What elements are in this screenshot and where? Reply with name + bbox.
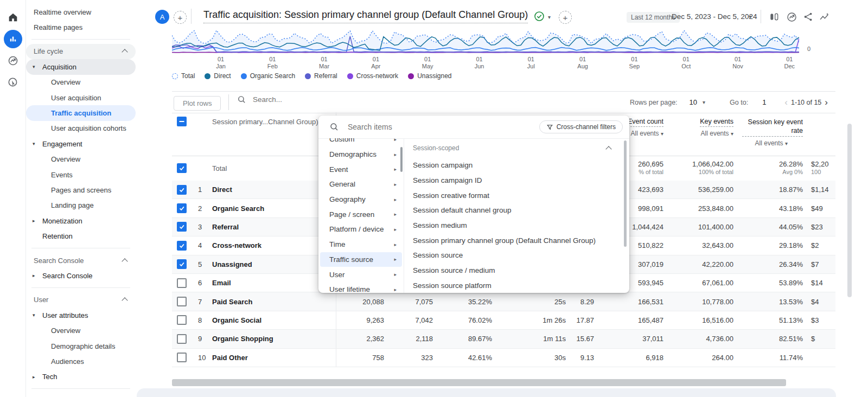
row-checkbox[interactable]	[177, 222, 187, 232]
row-checkbox[interactable]	[177, 353, 187, 362]
advertising-icon[interactable]	[0, 72, 25, 93]
home-icon[interactable]	[0, 7, 25, 28]
rows-per-page-caret-icon[interactable]: ▾	[703, 99, 705, 105]
category-scrollbar[interactable]	[400, 147, 403, 172]
explore-icon[interactable]	[0, 50, 25, 72]
sidebar-item-user-acquisition[interactable]: User acquisition	[26, 90, 136, 105]
picker-category-user[interactable]: User▸	[318, 267, 404, 282]
row-checkbox[interactable]	[177, 315, 187, 325]
picker-category-geography[interactable]: Geography▸	[318, 192, 404, 207]
cross-channel-filters-chip[interactable]: Cross-channel filters	[539, 120, 623, 133]
sidebar-item-pages-and-screens[interactable]: Pages and screens	[26, 182, 136, 197]
picker-item-session-campaign-id[interactable]: Session campaign ID	[413, 173, 618, 188]
item-scrollbar[interactable]	[624, 140, 627, 247]
picker-item-session-source-medium[interactable]: Session source / medium	[413, 263, 618, 278]
add-comparison-button[interactable]: +	[174, 11, 187, 24]
sidebar-group-engagement[interactable]: ▾Engagement	[26, 136, 136, 151]
report-status-icon[interactable]	[534, 11, 545, 22]
picker-item-session-source-platform[interactable]: Session source platform	[413, 278, 618, 293]
legend-item-referral[interactable]: Referral	[305, 72, 337, 80]
reports-icon[interactable]	[0, 28, 25, 50]
prev-page-icon[interactable]: ‹	[781, 97, 791, 108]
sidebar-group-monetization[interactable]: ▸Monetization	[26, 213, 136, 228]
legend-item-unassigned[interactable]: Unassigned	[408, 72, 451, 80]
rows-per-page-value[interactable]: 10	[690, 98, 697, 106]
collapse-section-icon[interactable]	[605, 146, 611, 152]
sidebar-group-retention[interactable]: Retention	[26, 228, 136, 244]
picker-category-time[interactable]: Time▸	[318, 237, 404, 252]
picker-category-user-lifetime[interactable]: User lifetime▸	[318, 282, 404, 293]
report-title[interactable]: Traffic acquisition: Session primary cha…	[203, 9, 528, 23]
row-checkbox[interactable]	[177, 259, 187, 269]
table-search-input[interactable]	[252, 95, 373, 104]
picker-category-general[interactable]: General▸	[318, 177, 404, 192]
picker-item-session-campaign[interactable]: Session campaign	[413, 158, 618, 173]
sidebar-group-search-console[interactable]: ▸Search Console	[26, 268, 136, 283]
sidebar-item-user-acquisition-cohorts[interactable]: User acquisition cohorts	[26, 121, 136, 136]
row-checkbox[interactable]	[177, 278, 187, 288]
session-key-event-rate-header[interactable]: Session key event rate All events ▾	[733, 112, 803, 156]
event-count-filter[interactable]: All events ▾	[631, 130, 663, 137]
comparison-icon[interactable]	[767, 10, 781, 24]
sidebar-item-traffic-acquisition[interactable]: Traffic acquisition	[26, 105, 136, 120]
picker-item-session-default-channel-group[interactable]: Session default channel group	[413, 203, 618, 218]
picker-category-demographics[interactable]: Demographics▸	[318, 147, 404, 162]
date-range-value[interactable]: Dec 5, 2023 - Dec 5, 2024	[672, 12, 757, 21]
sidebar-item-demographic-details[interactable]: Demographic details	[26, 338, 136, 354]
row-checkbox[interactable]	[177, 203, 187, 213]
date-range-caret-icon[interactable]: ▾	[749, 14, 751, 20]
dimension-header[interactable]: Session primary...Channel Group) ▾	[207, 112, 336, 126]
go-to-value[interactable]: 1	[762, 98, 766, 106]
session-key-event-rate-filter[interactable]: All events ▾	[755, 139, 788, 147]
legend-item-cross-network[interactable]: Cross-network	[347, 72, 398, 80]
sidebar-item-overview[interactable]: Overview	[26, 323, 136, 338]
picker-item-session-medium[interactable]: Session medium	[413, 218, 618, 233]
picker-search-input[interactable]	[347, 122, 539, 132]
avatar[interactable]: A	[155, 10, 169, 24]
share-icon[interactable]	[801, 10, 815, 24]
plot-rows-button[interactable]: Plot rows	[174, 96, 221, 111]
row-checkbox[interactable]	[177, 185, 187, 195]
picker-category-traffic-source[interactable]: Traffic source▸	[320, 252, 402, 267]
sidebar-section-search-console[interactable]: Search Console	[26, 253, 136, 268]
sidebar-item-overview[interactable]: Overview	[26, 75, 136, 90]
key-events-header[interactable]: Key events All events ▾	[663, 112, 733, 156]
select-all-checkbox[interactable]	[177, 117, 187, 126]
key-events-filter[interactable]: All events ▾	[701, 130, 733, 137]
sidebar-section-life-cycle[interactable]: Life cycle	[26, 44, 136, 59]
next-page-icon[interactable]: ›	[821, 97, 831, 108]
sidebar-item-realtime-overview[interactable]: Realtime overview	[26, 4, 140, 20]
sidebar-group-tech[interactable]: ▸Tech	[26, 369, 136, 385]
sidebar-item-overview[interactable]: Overview	[26, 152, 136, 167]
legend-item-organic-search[interactable]: Organic Search	[241, 72, 295, 80]
horizontal-scrollbar[interactable]	[172, 379, 786, 386]
sidebar-section-user[interactable]: User	[26, 292, 136, 308]
sidebar-item-audiences[interactable]: Audiences	[26, 354, 136, 369]
insights-icon[interactable]	[784, 10, 799, 24]
picker-item-session-primary-channel-group-default-channel-group-[interactable]: Session primary channel group (Default C…	[413, 233, 618, 248]
row-checkbox[interactable]	[177, 297, 187, 306]
picker-category-platform-device[interactable]: Platform / device▸	[318, 222, 404, 237]
title-caret-icon[interactable]: ▾	[548, 14, 551, 20]
vertical-scrollbar[interactable]	[847, 124, 852, 297]
add-report-button[interactable]: +	[559, 11, 572, 24]
session-scoped-section-header[interactable]: Session-scoped	[413, 142, 611, 155]
row-checkbox[interactable]	[177, 163, 187, 173]
sidebar-item-realtime-pages[interactable]: Realtime pages	[26, 20, 140, 35]
sidebar-group-user-attributes[interactable]: ▾User attributes	[26, 308, 136, 323]
sidebar-item-landing-page[interactable]: Landing page	[26, 198, 136, 213]
legend-item-direct[interactable]: Direct	[205, 72, 231, 80]
picker-category-custom[interactable]: Custom▸	[318, 138, 404, 147]
trends-icon[interactable]	[817, 10, 831, 24]
table-search[interactable]	[237, 95, 373, 104]
picker-category-event[interactable]: Event▸	[318, 162, 404, 177]
picker-item-session-source[interactable]: Session source	[413, 248, 618, 263]
sidebar-group-acquisition[interactable]: ▾Acquisition	[26, 59, 136, 74]
legend-item-total[interactable]: Total	[172, 72, 195, 80]
row-checkbox[interactable]	[177, 334, 187, 344]
table-row-paid-other: 10Paid Other75832342.61%30s9.136,918264.…	[172, 349, 835, 367]
picker-category-page-screen[interactable]: Page / screen▸	[318, 207, 404, 222]
picker-item-session-creative-format[interactable]: Session creative format	[413, 188, 618, 203]
row-checkbox[interactable]	[177, 241, 187, 251]
sidebar-item-events[interactable]: Events	[26, 167, 136, 182]
